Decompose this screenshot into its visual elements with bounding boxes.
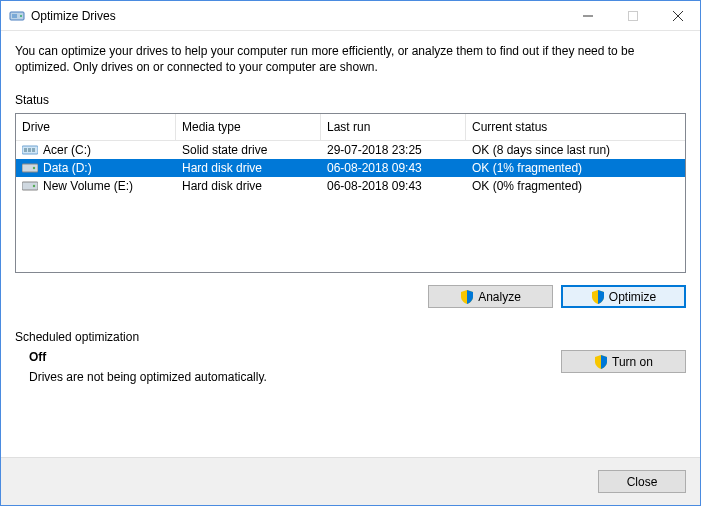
svg-point-14 [33, 185, 35, 187]
drive-last: 29-07-2018 23:25 [321, 141, 466, 159]
drive-last: 06-08-2018 09:43 [321, 177, 466, 195]
drive-last: 06-08-2018 09:43 [321, 159, 466, 177]
drive-status: OK (1% fragmented) [466, 159, 685, 177]
optimize-button[interactable]: Optimize [561, 285, 686, 308]
scheduled-desc: Drives are not being optimized automatic… [29, 370, 267, 384]
drives-list[interactable]: Drive Media type Last run Current status… [15, 113, 686, 273]
ssd-icon [22, 144, 38, 156]
drive-row[interactable]: Acer (C:) Solid state drive 29-07-2018 2… [16, 141, 685, 159]
scheduled-state: Off [29, 350, 267, 364]
titlebar: Optimize Drives [1, 1, 700, 31]
status-label: Status [15, 93, 686, 107]
drive-name: Data (D:) [43, 161, 92, 175]
window-controls [565, 1, 700, 30]
svg-rect-11 [22, 164, 38, 172]
svg-rect-10 [32, 148, 35, 152]
col-last[interactable]: Last run [321, 114, 466, 141]
drive-row[interactable]: Data (D:) Hard disk drive 06-08-2018 09:… [16, 159, 685, 177]
close-button[interactable] [655, 1, 700, 30]
hdd-icon [22, 162, 38, 174]
shield-icon [591, 290, 605, 304]
maximize-button [610, 1, 655, 30]
analyze-button[interactable]: Analyze [428, 285, 553, 308]
svg-rect-4 [628, 11, 637, 20]
turn-on-button[interactable]: Turn on [561, 350, 686, 373]
shield-icon [460, 290, 474, 304]
scheduled-label: Scheduled optimization [15, 330, 686, 344]
window-title: Optimize Drives [31, 9, 565, 23]
drive-row[interactable]: New Volume (E:) Hard disk drive 06-08-20… [16, 177, 685, 195]
drives-header: Drive Media type Last run Current status [16, 114, 685, 141]
shield-icon [594, 355, 608, 369]
close-dialog-button[interactable]: Close [598, 470, 686, 493]
intro-text: You can optimize your drives to help you… [15, 43, 686, 75]
hdd-icon [22, 180, 38, 192]
drive-media: Hard disk drive [176, 159, 321, 177]
svg-point-12 [33, 167, 35, 169]
drive-status: OK (8 days since last run) [466, 141, 685, 159]
drive-status: OK (0% fragmented) [466, 177, 685, 195]
col-drive[interactable]: Drive [16, 114, 176, 141]
minimize-button[interactable] [565, 1, 610, 30]
svg-point-1 [20, 15, 22, 17]
bottom-bar: Close [1, 457, 700, 505]
svg-rect-13 [22, 182, 38, 190]
drive-name: Acer (C:) [43, 143, 91, 157]
svg-rect-8 [24, 148, 27, 152]
drive-media: Hard disk drive [176, 177, 321, 195]
drive-name: New Volume (E:) [43, 179, 133, 193]
col-status[interactable]: Current status [466, 114, 685, 141]
svg-rect-9 [28, 148, 31, 152]
app-icon [9, 8, 25, 24]
drive-media: Solid state drive [176, 141, 321, 159]
svg-rect-2 [12, 14, 17, 18]
col-media[interactable]: Media type [176, 114, 321, 141]
